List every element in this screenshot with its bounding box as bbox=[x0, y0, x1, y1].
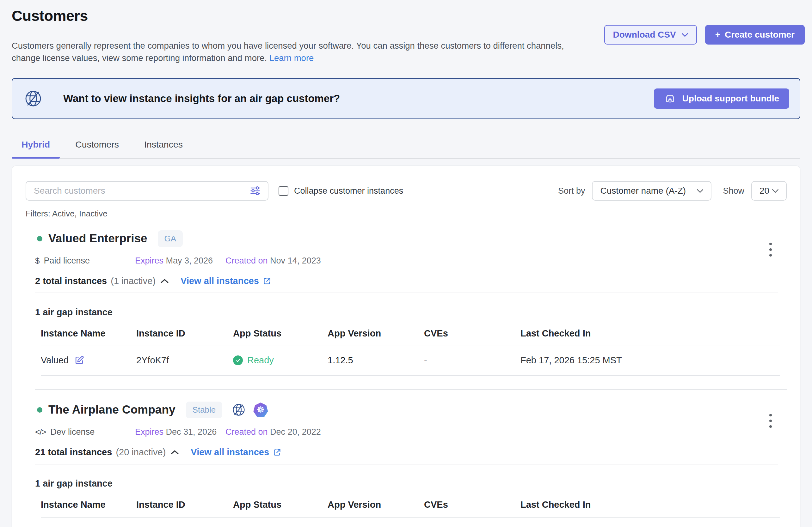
created-label: Created on bbox=[226, 427, 268, 437]
created-field: Created on Dec 20, 2022 bbox=[226, 427, 321, 437]
instances-table: Instance Name Instance ID App Status App… bbox=[41, 499, 780, 517]
active-filters-text: Filters: Active, Inactive bbox=[26, 209, 787, 219]
section-divider bbox=[35, 464, 778, 464]
customer-meta-row: $ Paid license Expires May 3, 2026 Creat… bbox=[26, 256, 787, 266]
license-type-label: Dev license bbox=[50, 427, 95, 437]
show-label: Show bbox=[723, 186, 744, 196]
col-header-instance-name: Instance Name bbox=[41, 328, 136, 346]
col-header-app-version: App Version bbox=[328, 499, 424, 517]
tab-customers[interactable]: Customers bbox=[66, 139, 129, 158]
col-header-app-version: App Version bbox=[328, 328, 424, 346]
customer-meta-row: </> Dev license Expires Dec 31, 2026 Cre… bbox=[26, 427, 787, 437]
inactive-count-text: (20 inactive) bbox=[116, 447, 166, 457]
external-link-icon bbox=[263, 277, 271, 285]
app-version-cell: 1.12.5 bbox=[328, 346, 424, 376]
filter-sliders-icon[interactable] bbox=[249, 185, 261, 197]
create-customer-button[interactable]: + Create customer bbox=[705, 25, 805, 45]
instances-summary-row: 21 total instances (20 inactive) View al… bbox=[26, 447, 787, 457]
ready-check-icon bbox=[233, 356, 243, 365]
app-status-text: Ready bbox=[247, 355, 274, 365]
airgap-instances-heading: 1 air gap instance bbox=[26, 478, 787, 489]
sort-by-label: Sort by bbox=[558, 186, 585, 196]
customer-kebab-menu[interactable] bbox=[767, 241, 774, 258]
search-box bbox=[26, 181, 269, 201]
inactive-count-text: (1 inactive) bbox=[111, 276, 156, 286]
edit-instance-icon[interactable] bbox=[74, 356, 84, 365]
view-all-instances-link[interactable]: View all instances bbox=[180, 276, 271, 286]
header-actions: Download CSV + Create customer bbox=[604, 25, 805, 45]
created-value: Nov 14, 2023 bbox=[270, 256, 321, 266]
learn-more-link[interactable]: Learn more bbox=[270, 53, 314, 63]
collapse-caret-icon[interactable] bbox=[161, 278, 169, 283]
expires-field: Expires May 3, 2026 bbox=[135, 256, 226, 266]
total-instances-text: 2 total instances bbox=[35, 276, 107, 286]
customer-name[interactable]: Valued Enterprise bbox=[48, 232, 147, 245]
customer-capability-icons: ☸ bbox=[232, 403, 268, 417]
upload-bundle-icon bbox=[664, 93, 676, 105]
total-instances-text: 21 total instances bbox=[35, 447, 112, 457]
tab-bar: Hybrid Customers Instances bbox=[12, 139, 800, 159]
chevron-down-icon bbox=[772, 189, 779, 193]
download-csv-button[interactable]: Download CSV bbox=[604, 25, 697, 45]
last-checked-in-cell: Feb 17, 2026 15:25 MST bbox=[520, 346, 780, 376]
license-type-label: Paid license bbox=[44, 256, 90, 266]
upload-bundle-label: Upload support bundle bbox=[682, 93, 779, 104]
col-header-app-status: App Status bbox=[233, 499, 328, 517]
sort-select[interactable]: Customer name (A-Z) bbox=[592, 181, 711, 201]
col-header-last-checked-in: Last Checked In bbox=[520, 499, 780, 517]
chevron-down-icon bbox=[697, 189, 703, 193]
created-field: Created on Nov 14, 2023 bbox=[226, 256, 321, 266]
toolbar: Collapse customer instances Sort by Cust… bbox=[26, 181, 787, 201]
instances-table: Instance Name Instance ID App Status App… bbox=[41, 328, 780, 376]
upload-support-bundle-button[interactable]: Upload support bundle bbox=[654, 89, 789, 109]
active-status-dot bbox=[37, 407, 42, 412]
channel-badge: Stable bbox=[186, 402, 222, 418]
app-status-cell: Ready bbox=[233, 346, 328, 376]
customer-row-valued-enterprise: Valued Enterprise GA $ Paid license Expi… bbox=[26, 230, 787, 376]
tab-hybrid[interactable]: Hybrid bbox=[12, 139, 60, 158]
collapse-instances-checkbox[interactable] bbox=[279, 186, 288, 196]
chevron-down-icon bbox=[682, 33, 688, 37]
show-select[interactable]: 20 bbox=[751, 181, 787, 201]
expires-field: Expires Dec 31, 2026 bbox=[135, 427, 226, 437]
collapse-caret-icon[interactable] bbox=[171, 450, 179, 455]
dev-license-icon: </> bbox=[35, 427, 46, 437]
search-input[interactable] bbox=[33, 185, 249, 196]
col-header-cves: CVEs bbox=[424, 499, 520, 517]
create-customer-label: Create customer bbox=[725, 30, 795, 40]
tab-instances[interactable]: Instances bbox=[134, 139, 192, 158]
expires-value: May 3, 2026 bbox=[166, 256, 213, 266]
customer-row-airplane-company: The Airplane Company Stable ☸ </> Dev li… bbox=[26, 401, 787, 517]
airgap-globe-icon bbox=[232, 403, 246, 417]
airgap-globe-icon bbox=[24, 89, 42, 108]
kubernetes-icon: ☸ bbox=[253, 403, 268, 417]
instance-name: Valued bbox=[41, 355, 69, 365]
active-status-dot bbox=[37, 236, 42, 241]
col-header-cves: CVEs bbox=[424, 328, 520, 346]
instance-name-cell: Valued bbox=[41, 346, 136, 376]
plus-icon: + bbox=[715, 30, 720, 40]
view-all-instances-link[interactable]: View all instances bbox=[191, 447, 281, 457]
airgap-banner: Want to view instance insights for an ai… bbox=[12, 78, 800, 119]
col-header-instance-id: Instance ID bbox=[136, 328, 233, 346]
expires-value: Dec 31, 2026 bbox=[166, 427, 217, 437]
sort-select-value: Customer name (A-Z) bbox=[600, 186, 686, 196]
customer-kebab-menu[interactable] bbox=[767, 412, 774, 430]
col-header-last-checked-in: Last Checked In bbox=[520, 328, 780, 346]
license-type: </> Dev license bbox=[35, 427, 135, 437]
collapse-instances-control: Collapse customer instances bbox=[279, 186, 403, 196]
external-link-icon bbox=[273, 448, 281, 456]
paid-license-icon: $ bbox=[35, 256, 39, 266]
view-all-instances-label: View all instances bbox=[180, 276, 259, 286]
download-csv-label: Download CSV bbox=[613, 30, 676, 40]
collapse-instances-label: Collapse customer instances bbox=[294, 186, 403, 196]
col-header-instance-name: Instance Name bbox=[41, 499, 136, 517]
banner-title: Want to view instance insights for an ai… bbox=[63, 93, 340, 105]
cves-cell: - bbox=[424, 346, 520, 376]
view-all-instances-label: View all instances bbox=[191, 447, 269, 457]
airgap-instances-heading: 1 air gap instance bbox=[26, 307, 787, 317]
expires-label: Expires bbox=[135, 256, 163, 266]
customer-header: Valued Enterprise GA bbox=[26, 230, 787, 247]
section-divider bbox=[35, 292, 778, 293]
customer-name[interactable]: The Airplane Company bbox=[48, 403, 175, 417]
